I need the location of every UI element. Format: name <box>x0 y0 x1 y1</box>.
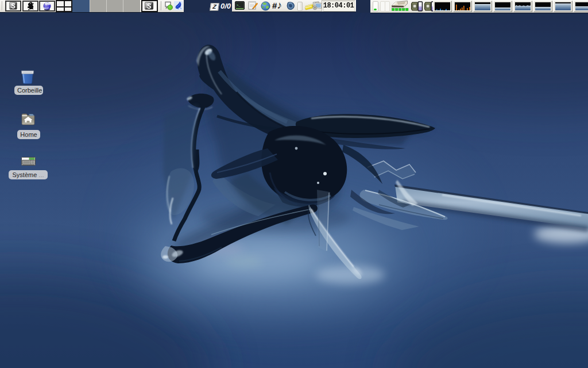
svg-text:>_: >_ <box>237 3 241 7</box>
